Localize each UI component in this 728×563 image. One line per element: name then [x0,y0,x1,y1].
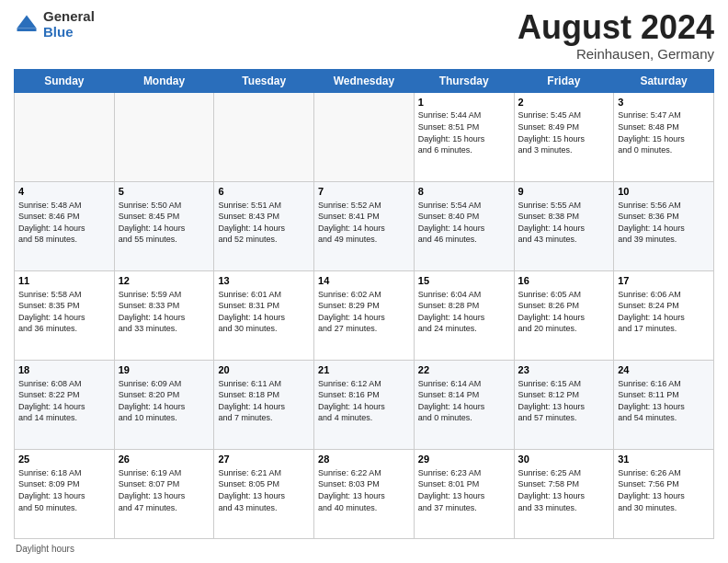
col-friday: Friday [514,69,614,92]
day-number: 13 [218,274,310,288]
day-number: 6 [218,185,310,199]
day-info: Sunrise: 6:26 AM Sunset: 7:56 PM Dayligh… [618,467,710,513]
daylight-label: Daylight hours [16,544,74,554]
day-number: 10 [618,185,710,199]
table-cell: 18Sunrise: 6:08 AM Sunset: 8:22 PM Dayli… [15,360,115,449]
day-number: 4 [18,185,110,199]
page: General Blue August 2024 Reinhausen, Ger… [0,0,728,563]
table-cell: 29Sunrise: 6:23 AM Sunset: 8:01 PM Dayli… [414,449,514,538]
day-info: Sunrise: 6:15 AM Sunset: 8:12 PM Dayligh… [518,378,610,424]
table-cell: 23Sunrise: 6:15 AM Sunset: 8:12 PM Dayli… [514,360,614,449]
day-info: Sunrise: 6:06 AM Sunset: 8:24 PM Dayligh… [618,289,710,335]
day-info: Sunrise: 6:16 AM Sunset: 8:11 PM Dayligh… [618,378,710,424]
table-cell [15,92,115,181]
title-block: August 2024 Reinhausen, Germany [518,9,714,62]
logo-blue: Blue [43,25,95,40]
day-number: 12 [119,274,210,288]
table-cell: 22Sunrise: 6:14 AM Sunset: 8:14 PM Dayli… [414,360,514,449]
day-info: Sunrise: 6:05 AM Sunset: 8:26 PM Dayligh… [518,289,610,335]
day-number: 22 [418,363,510,377]
day-info: Sunrise: 6:18 AM Sunset: 8:09 PM Dayligh… [18,467,110,513]
day-number: 15 [418,274,510,288]
day-info: Sunrise: 6:08 AM Sunset: 8:22 PM Dayligh… [18,378,110,424]
table-cell: 21Sunrise: 6:12 AM Sunset: 8:16 PM Dayli… [314,360,415,449]
day-number: 30 [518,453,610,466]
table-cell: 9Sunrise: 5:55 AM Sunset: 8:38 PM Daylig… [514,181,614,270]
calendar-week-row: 25Sunrise: 6:18 AM Sunset: 8:09 PM Dayli… [15,449,714,538]
table-cell: 10Sunrise: 5:56 AM Sunset: 8:36 PM Dayli… [614,181,714,270]
col-monday: Monday [114,69,214,92]
table-cell [214,92,314,181]
day-number: 17 [618,274,710,288]
day-number: 27 [218,453,310,466]
day-number: 24 [618,363,710,377]
title-month: August 2024 [518,9,714,46]
table-cell: 4Sunrise: 5:48 AM Sunset: 8:46 PM Daylig… [15,181,115,270]
day-number: 25 [18,453,110,466]
day-number: 29 [418,453,510,466]
day-number: 20 [218,363,310,377]
logo-text: General Blue [43,9,95,40]
day-number: 18 [18,363,110,377]
logo-general: General [43,9,95,25]
day-info: Sunrise: 6:25 AM Sunset: 7:58 PM Dayligh… [518,467,610,513]
day-info: Sunrise: 6:02 AM Sunset: 8:29 PM Dayligh… [318,289,410,335]
day-info: Sunrise: 5:50 AM Sunset: 8:45 PM Dayligh… [119,200,210,246]
table-cell: 16Sunrise: 6:05 AM Sunset: 8:26 PM Dayli… [514,270,614,360]
logo: General Blue [14,9,95,40]
table-cell: 26Sunrise: 6:19 AM Sunset: 8:07 PM Dayli… [114,449,214,538]
table-cell: 7Sunrise: 5:52 AM Sunset: 8:41 PM Daylig… [314,181,415,270]
table-cell: 5Sunrise: 5:50 AM Sunset: 8:45 PM Daylig… [114,181,214,270]
table-cell [114,92,214,181]
day-info: Sunrise: 5:56 AM Sunset: 8:36 PM Dayligh… [618,200,710,246]
day-number: 1 [418,96,510,109]
table-cell: 8Sunrise: 5:54 AM Sunset: 8:40 PM Daylig… [414,181,514,270]
day-info: Sunrise: 6:14 AM Sunset: 8:14 PM Dayligh… [418,378,510,424]
day-info: Sunrise: 5:51 AM Sunset: 8:43 PM Dayligh… [218,200,310,246]
day-info: Sunrise: 5:55 AM Sunset: 8:38 PM Dayligh… [518,200,610,246]
table-cell: 15Sunrise: 6:04 AM Sunset: 8:28 PM Dayli… [414,270,514,360]
table-cell: 27Sunrise: 6:21 AM Sunset: 8:05 PM Dayli… [214,449,314,538]
calendar-header-row: Sunday Monday Tuesday Wednesday Thursday… [15,69,714,92]
day-info: Sunrise: 6:01 AM Sunset: 8:31 PM Dayligh… [218,289,310,335]
day-info: Sunrise: 5:59 AM Sunset: 8:33 PM Dayligh… [119,289,210,335]
col-saturday: Saturday [614,69,714,92]
day-info: Sunrise: 5:52 AM Sunset: 8:41 PM Dayligh… [318,200,410,246]
day-info: Sunrise: 6:21 AM Sunset: 8:05 PM Dayligh… [218,467,310,513]
day-info: Sunrise: 6:22 AM Sunset: 8:03 PM Dayligh… [318,467,410,513]
day-info: Sunrise: 5:47 AM Sunset: 8:48 PM Dayligh… [618,109,710,155]
day-number: 16 [518,274,610,288]
day-number: 5 [119,185,210,199]
day-info: Sunrise: 6:11 AM Sunset: 8:18 PM Dayligh… [218,378,310,424]
day-number: 9 [518,185,610,199]
table-cell: 20Sunrise: 6:11 AM Sunset: 8:18 PM Dayli… [214,360,314,449]
calendar-week-row: 1Sunrise: 5:44 AM Sunset: 8:51 PM Daylig… [15,92,714,181]
table-cell: 25Sunrise: 6:18 AM Sunset: 8:09 PM Dayli… [15,449,115,538]
day-number: 21 [318,363,410,377]
day-number: 28 [318,453,410,466]
day-number: 11 [18,274,110,288]
day-number: 3 [618,96,710,109]
day-info: Sunrise: 6:04 AM Sunset: 8:28 PM Dayligh… [418,289,510,335]
day-info: Sunrise: 5:48 AM Sunset: 8:46 PM Dayligh… [18,200,110,246]
day-info: Sunrise: 5:54 AM Sunset: 8:40 PM Dayligh… [418,200,510,246]
day-number: 7 [318,185,410,199]
table-cell: 6Sunrise: 5:51 AM Sunset: 8:43 PM Daylig… [214,181,314,270]
table-cell: 1Sunrise: 5:44 AM Sunset: 8:51 PM Daylig… [414,92,514,181]
calendar-table: Sunday Monday Tuesday Wednesday Thursday… [14,69,714,539]
day-number: 14 [318,274,410,288]
calendar-week-row: 4Sunrise: 5:48 AM Sunset: 8:46 PM Daylig… [15,181,714,270]
day-info: Sunrise: 6:12 AM Sunset: 8:16 PM Dayligh… [318,378,410,424]
day-info: Sunrise: 5:45 AM Sunset: 8:49 PM Dayligh… [518,109,610,155]
day-number: 8 [418,185,510,199]
svg-marker-0 [17,15,37,28]
day-number: 23 [518,363,610,377]
header: General Blue August 2024 Reinhausen, Ger… [14,9,714,62]
footer-note: Daylight hours [14,544,714,554]
table-cell: 24Sunrise: 6:16 AM Sunset: 8:11 PM Dayli… [614,360,714,449]
col-wednesday: Wednesday [314,69,415,92]
table-cell: 12Sunrise: 5:59 AM Sunset: 8:33 PM Dayli… [114,270,214,360]
day-info: Sunrise: 5:44 AM Sunset: 8:51 PM Dayligh… [418,109,510,155]
day-info: Sunrise: 6:09 AM Sunset: 8:20 PM Dayligh… [119,378,210,424]
table-cell: 11Sunrise: 5:58 AM Sunset: 8:35 PM Dayli… [15,270,115,360]
